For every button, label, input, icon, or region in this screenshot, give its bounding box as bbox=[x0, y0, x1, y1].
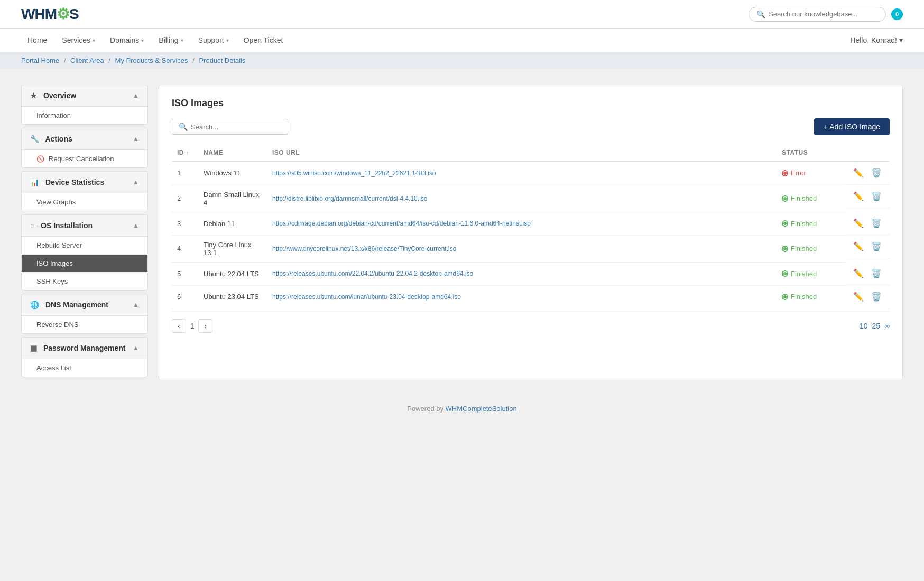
list-icon: ≡ bbox=[30, 221, 34, 230]
col-header-status: STATUS bbox=[777, 145, 845, 161]
search-box: 🔍 bbox=[749, 7, 886, 22]
row-name: Damn Small Linux 4 bbox=[198, 185, 267, 212]
breadcrumb: Portal Home / Client Area / My Products … bbox=[0, 52, 924, 69]
breadcrumb-product-details[interactable]: Product Details bbox=[199, 57, 245, 64]
row-status: Finished bbox=[777, 235, 845, 262]
logo-text: WHM⚙S bbox=[21, 5, 79, 23]
row-id: 6 bbox=[172, 285, 198, 308]
row-name: Ubuntu 22.04 LTS bbox=[198, 262, 267, 285]
sidebar-password-header[interactable]: ▦ Password Management ▲ bbox=[22, 338, 147, 359]
table-search: 🔍 bbox=[172, 119, 288, 135]
sidebar-section-os-install: ≡ OS Installation ▲ Rebuild Server ISO I… bbox=[21, 214, 148, 290]
row-name: Windows 11 bbox=[198, 161, 267, 185]
cancel-icon: 🚫 bbox=[36, 155, 44, 163]
sidebar-section-overview: ★ Overview ▲ Information bbox=[21, 85, 148, 125]
globe-icon: 🌐 bbox=[30, 301, 39, 309]
table-row: 3 Debian 11 https://cdimage.debian.org/d… bbox=[172, 212, 890, 235]
sidebar-item-reverse-dns[interactable]: Reverse DNS bbox=[22, 316, 147, 333]
col-header-id: ID ↑ bbox=[172, 145, 198, 161]
delete-icon[interactable]: 🗑️ bbox=[868, 240, 884, 252]
user-menu[interactable]: Hello, Konrad! ▾ bbox=[850, 36, 903, 44]
nav-billing[interactable]: Billing ▾ bbox=[152, 29, 189, 52]
sidebar-item-access-list[interactable]: Access List bbox=[22, 359, 147, 377]
status-dot-icon bbox=[782, 270, 788, 277]
prev-page-button[interactable]: ‹ bbox=[172, 319, 186, 333]
billing-caret-icon: ▾ bbox=[181, 38, 183, 43]
nav-bar: Home Services ▾ Domains ▾ Billing ▾ Supp… bbox=[0, 29, 924, 52]
iso-table: ID ↑ NAME ISO URL STATUS 1 Windows 11 ht… bbox=[172, 145, 890, 308]
star-icon: ★ bbox=[30, 91, 37, 100]
sidebar-item-information[interactable]: Information bbox=[22, 107, 147, 124]
edit-icon[interactable]: ✏️ bbox=[851, 267, 866, 279]
page-size-25[interactable]: 25 bbox=[872, 322, 880, 330]
breadcrumb-my-products[interactable]: My Products & Services bbox=[115, 57, 188, 64]
user-greeting: Hello, Konrad! bbox=[850, 36, 897, 44]
next-page-button[interactable]: › bbox=[198, 319, 212, 333]
edit-icon[interactable]: ✏️ bbox=[851, 167, 866, 179]
table-row: 2 Damn Small Linux 4 http://distro.libli… bbox=[172, 185, 890, 212]
delete-icon[interactable]: 🗑️ bbox=[868, 217, 884, 229]
nav-home[interactable]: Home bbox=[21, 29, 53, 52]
row-url: https://s05.winiso.com/windows_11_22h2_2… bbox=[267, 161, 777, 185]
sidebar-item-rebuild-server[interactable]: Rebuild Server bbox=[22, 237, 147, 255]
sidebar-password-label: Password Management bbox=[43, 344, 126, 352]
sidebar-actions-header[interactable]: 🔧 Actions ▲ bbox=[22, 128, 147, 150]
row-status: Finished bbox=[777, 285, 845, 308]
col-header-url: ISO URL bbox=[267, 145, 777, 161]
device-stats-chevron-icon: ▲ bbox=[133, 179, 139, 186]
nav-support[interactable]: Support ▾ bbox=[192, 29, 235, 52]
nav-open-ticket[interactable]: Open Ticket bbox=[237, 29, 290, 52]
search-icon: 🔍 bbox=[756, 10, 765, 18]
sort-icon: ↑ bbox=[186, 150, 189, 156]
services-caret-icon: ▾ bbox=[93, 38, 95, 43]
sidebar-item-iso-images[interactable]: ISO Images bbox=[22, 255, 147, 273]
row-name: Debian 11 bbox=[198, 212, 267, 235]
nav-domains[interactable]: Domains ▾ bbox=[104, 29, 150, 52]
main-content: ISO Images 🔍 + Add ISO Image ID ↑ NAME I… bbox=[159, 85, 903, 380]
row-id: 2 bbox=[172, 185, 198, 212]
sidebar-overview-header[interactable]: ★ Overview ▲ bbox=[22, 85, 147, 107]
edit-icon[interactable]: ✏️ bbox=[851, 290, 866, 303]
footer-link[interactable]: WHMCompleteSolution bbox=[446, 405, 517, 413]
row-id: 4 bbox=[172, 235, 198, 262]
delete-icon[interactable]: 🗑️ bbox=[868, 167, 884, 179]
row-status: Error bbox=[777, 161, 845, 185]
sidebar-item-view-graphs[interactable]: View Graphs bbox=[22, 193, 147, 211]
sidebar-item-request-cancellation[interactable]: 🚫 Request Cancellation bbox=[22, 150, 147, 167]
row-status: Finished bbox=[777, 185, 845, 212]
domains-caret-icon: ▾ bbox=[141, 38, 144, 43]
page-size-10[interactable]: 10 bbox=[860, 322, 868, 330]
delete-icon[interactable]: 🗑️ bbox=[868, 267, 884, 279]
actions-chevron-icon: ▲ bbox=[133, 135, 139, 143]
edit-icon[interactable]: ✏️ bbox=[851, 240, 866, 252]
edit-icon[interactable]: ✏️ bbox=[851, 190, 866, 202]
delete-icon[interactable]: 🗑️ bbox=[868, 190, 884, 202]
sidebar-dns-header[interactable]: 🌐 DNS Management ▲ bbox=[22, 294, 147, 316]
page-size-all[interactable]: ∞ bbox=[884, 322, 890, 330]
cart-badge[interactable]: 0 bbox=[891, 8, 903, 20]
row-actions: ✏️ 🗑️ bbox=[845, 162, 890, 185]
sidebar-os-install-header[interactable]: ≡ OS Installation ▲ bbox=[22, 215, 147, 237]
row-name: Ubuntu 23.04 LTS bbox=[198, 285, 267, 308]
breadcrumb-sep-3: / bbox=[192, 57, 196, 64]
sidebar: ★ Overview ▲ Information 🔧 Actions ▲ 🚫 R… bbox=[21, 85, 148, 380]
table-row: 5 Ubuntu 22.04 LTS https://releases.ubun… bbox=[172, 262, 890, 285]
row-id: 1 bbox=[172, 161, 198, 185]
footer-text: Powered by bbox=[407, 405, 445, 413]
sidebar-section-dns: 🌐 DNS Management ▲ Reverse DNS bbox=[21, 294, 148, 334]
add-iso-button[interactable]: + Add ISO Image bbox=[814, 118, 890, 135]
delete-icon[interactable]: 🗑️ bbox=[868, 290, 884, 303]
table-search-input[interactable] bbox=[191, 123, 281, 131]
breadcrumb-portal-home[interactable]: Portal Home bbox=[21, 57, 59, 64]
nav-services[interactable]: Services ▾ bbox=[56, 29, 101, 52]
search-input[interactable] bbox=[769, 10, 878, 18]
breadcrumb-client-area[interactable]: Client Area bbox=[70, 57, 104, 64]
chart-icon: 📊 bbox=[30, 178, 39, 186]
sidebar-os-install-label: OS Installation bbox=[41, 221, 93, 230]
edit-icon[interactable]: ✏️ bbox=[851, 217, 866, 229]
pagination-row: ‹ 1 › 10 25 ∞ bbox=[172, 311, 890, 333]
status-dot-icon bbox=[782, 170, 788, 176]
sidebar-dns-label: DNS Management bbox=[45, 301, 108, 309]
sidebar-item-ssh-keys[interactable]: SSH Keys bbox=[22, 273, 147, 290]
sidebar-device-stats-header[interactable]: 📊 Device Statistics ▲ bbox=[22, 172, 147, 193]
